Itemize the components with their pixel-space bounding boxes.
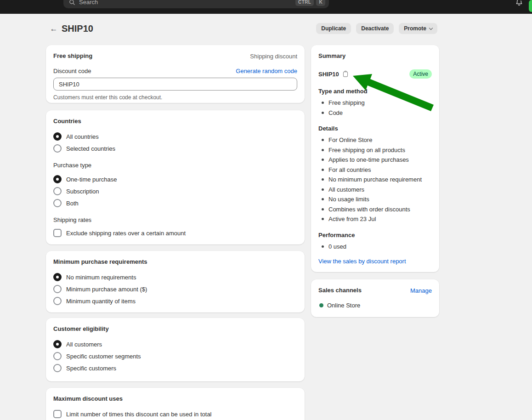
- list-item-text: No usage limits: [328, 194, 369, 204]
- radio-option-both[interactable]: Both: [53, 197, 297, 209]
- maximum-uses-title: Maximum discount uses: [53, 395, 297, 403]
- summary-title: Summary: [318, 52, 432, 60]
- summary-card: Summary SHIP10 Active Type and method Fr…: [311, 45, 439, 272]
- page-title: SHIP10: [62, 23, 93, 34]
- store-avatar[interactable]: [529, 0, 532, 12]
- sales-by-discount-report-link[interactable]: View the sales by discount report: [318, 258, 406, 265]
- search-input[interactable]: [79, 0, 293, 6]
- radio-option-customer-segments[interactable]: Specific customer segments: [53, 350, 297, 362]
- channel-row-online-store: Online Store: [318, 302, 432, 309]
- list-item-text: All customers: [328, 185, 364, 195]
- method-card-title: Free shipping: [53, 52, 92, 60]
- deactivate-button[interactable]: Deactivate: [356, 23, 394, 34]
- type-and-method-list: Free shipping Code: [318, 98, 432, 118]
- radio-option-one-time-purchase[interactable]: One-time purchase: [53, 173, 297, 185]
- bullet-dot: [322, 159, 324, 161]
- list-item-text: Combines with order discounts: [328, 204, 410, 215]
- chevron-down-icon: [429, 26, 433, 29]
- radio-selected-icon[interactable]: [53, 175, 62, 183]
- checkbox-exclude-shipping-rates[interactable]: Exclude shipping rates over a certain am…: [53, 227, 297, 239]
- discount-code-input[interactable]: [53, 78, 297, 91]
- bullet-dot: [322, 139, 324, 141]
- promote-button[interactable]: Promote: [399, 23, 437, 34]
- sales-channels-title: Sales channels: [318, 287, 362, 294]
- channel-label: Online Store: [327, 302, 360, 309]
- maximum-uses-card: Maximum discount uses Limit number of ti…: [46, 388, 305, 420]
- list-item: No minimum purchase requirement: [318, 175, 432, 185]
- generate-random-code-link[interactable]: Generate random code: [236, 68, 297, 74]
- list-item-text: No minimum purchase requirement: [328, 175, 422, 185]
- performance-title: Performance: [318, 232, 432, 238]
- radio-option-all-countries[interactable]: All countries: [53, 131, 297, 142]
- bullet-dot: [322, 188, 324, 191]
- back-arrow-icon: ←: [50, 24, 58, 34]
- checkbox-icon[interactable]: [53, 410, 62, 418]
- minimum-purchase-card: Minimum purchase requirements No minimum…: [46, 251, 305, 312]
- radio-option-subscription[interactable]: Subscription: [53, 185, 297, 197]
- performance-list: 0 used: [318, 242, 432, 252]
- option-label: Specific customer segments: [66, 353, 141, 360]
- shortcut-k-key: K: [316, 0, 325, 6]
- bullet-dot: [322, 178, 324, 181]
- list-item: Active from 23 Jul: [318, 214, 432, 224]
- list-item-text: 0 used: [328, 242, 346, 252]
- radio-icon[interactable]: [53, 187, 62, 195]
- list-item: Applies to one-time purchases: [318, 155, 432, 165]
- list-item: Free shipping: [318, 98, 432, 108]
- option-label: Minimum purchase amount ($): [66, 286, 147, 293]
- details-title: Details: [318, 125, 432, 132]
- shortcut-ctrl-key: CTRL: [295, 0, 314, 6]
- radio-icon[interactable]: [53, 199, 62, 207]
- radio-selected-icon[interactable]: [53, 132, 62, 141]
- notifications-button[interactable]: [515, 0, 525, 8]
- bullet-dot: [322, 169, 324, 171]
- bullet-dot: [322, 218, 324, 220]
- radio-option-minimum-amount[interactable]: Minimum purchase amount ($): [53, 283, 297, 295]
- global-search[interactable]: CTRL K: [63, 0, 329, 8]
- radio-option-no-minimum[interactable]: No minimum requirements: [53, 271, 297, 283]
- radio-option-specific-customers[interactable]: Specific customers: [53, 362, 297, 374]
- copy-clipboard-icon[interactable]: [343, 71, 348, 77]
- list-item: 0 used: [318, 242, 432, 252]
- radio-selected-icon[interactable]: [53, 340, 62, 348]
- duplicate-button[interactable]: Duplicate: [316, 23, 351, 34]
- customer-eligibility-title: Customer eligibility: [53, 325, 297, 333]
- header-actions: Duplicate Deactivate Promote: [330, 23, 437, 34]
- topbar: CTRL K: [0, 0, 532, 14]
- type-and-method-title: Type and method: [318, 88, 432, 95]
- status-badge: Active: [409, 69, 432, 79]
- bullet-dot: [322, 208, 324, 210]
- option-label: Minimum quantity of items: [66, 298, 136, 305]
- radio-selected-icon[interactable]: [53, 273, 62, 281]
- customer-eligibility-card: Customer eligibility All customers Speci…: [46, 318, 305, 381]
- manage-sales-channels-link[interactable]: Manage: [410, 287, 432, 294]
- list-item: Free shipping on all products: [318, 145, 432, 155]
- discount-method-card: Free shipping Shipping discount Discount…: [46, 45, 305, 103]
- radio-icon[interactable]: [53, 352, 62, 360]
- back-button[interactable]: ←: [47, 23, 60, 35]
- countries-card: Countries All countries Selected countri…: [46, 110, 305, 244]
- radio-option-selected-countries[interactable]: Selected countries: [53, 142, 297, 154]
- option-label: Subscription: [66, 188, 99, 195]
- radio-icon[interactable]: [53, 144, 62, 153]
- list-item: For all countries: [318, 165, 432, 175]
- list-item-text: Applies to one-time purchases: [328, 155, 409, 165]
- radio-icon[interactable]: [53, 297, 62, 305]
- list-item-text: Free shipping: [328, 98, 365, 108]
- discount-code-help-text: Customers must enter this code at checko…: [53, 94, 297, 101]
- radio-icon[interactable]: [53, 285, 62, 293]
- online-store-status-dot: [319, 303, 323, 307]
- list-item: No usage limits: [318, 194, 432, 204]
- discount-type-label: Shipping discount: [250, 53, 297, 60]
- option-label: One-time purchase: [66, 176, 117, 183]
- bell-icon: [515, 0, 523, 6]
- checkbox-icon[interactable]: [53, 229, 62, 237]
- radio-option-minimum-quantity[interactable]: Minimum quantity of items: [53, 295, 297, 307]
- sales-channels-card: Sales channels Manage Online Store: [311, 279, 439, 317]
- list-item-text: Free shipping on all products: [328, 145, 405, 155]
- radio-option-all-customers[interactable]: All customers: [53, 338, 297, 350]
- radio-icon[interactable]: [53, 364, 62, 372]
- checkbox-limit-total-uses[interactable]: Limit number of times this discount can …: [53, 408, 297, 420]
- shipping-rates-title: Shipping rates: [53, 216, 297, 223]
- list-item-text: Active from 23 Jul: [328, 214, 376, 224]
